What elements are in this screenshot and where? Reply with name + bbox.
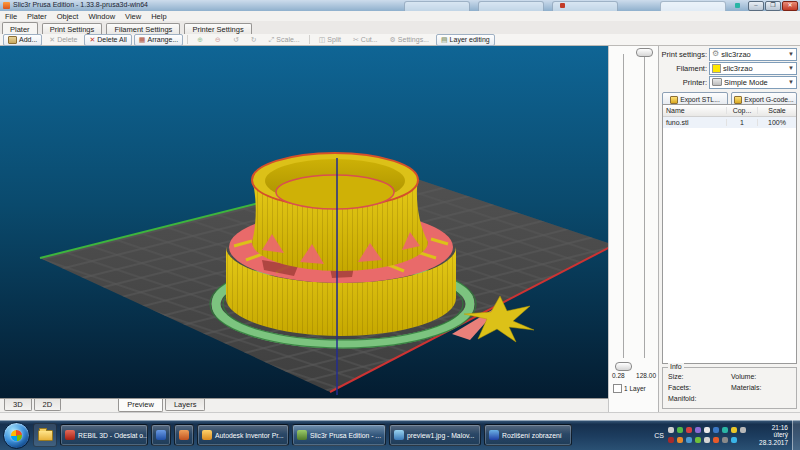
start-button[interactable] [3, 422, 30, 449]
titlebar: Slic3r Prusa Edition - 1.33.8-prusa3d-wi… [0, 0, 800, 11]
taskbar-button-word[interactable] [151, 424, 171, 446]
export-icon [734, 96, 742, 104]
layer-slider-panel: 0.28 128.00 1 Layer [608, 46, 658, 412]
tray-icon[interactable] [695, 427, 701, 433]
window-title: Slic3r Prusa Edition - 1.33.8-prusa3d-wi… [13, 1, 148, 8]
view-tab-3d[interactable]: 3D [4, 399, 32, 411]
tray-icon[interactable] [677, 427, 683, 433]
tray-icon[interactable] [695, 437, 701, 443]
chevron-down-icon: ▼ [788, 79, 794, 85]
menu-view[interactable]: View [120, 12, 146, 21]
layer-slider-high-track[interactable] [644, 54, 645, 358]
taskbar-clock[interactable]: 21:16 úterý 28.3.2017 [750, 424, 788, 447]
close-button[interactable]: ✕ [782, 1, 798, 11]
favicon-dot [735, 3, 740, 8]
delete-button[interactable]: ✕Delete [44, 34, 82, 46]
export-icon [670, 96, 678, 104]
minimize-button[interactable]: – [748, 1, 764, 11]
tray-icon[interactable] [686, 427, 692, 433]
table-row[interactable]: funo.stl 1 100% [663, 117, 796, 128]
more-copies-button[interactable]: ⊕ [192, 34, 208, 46]
tray-icon[interactable] [686, 437, 692, 443]
tray-icon[interactable] [704, 437, 710, 443]
tray-icon[interactable] [677, 437, 683, 443]
info-title: Info [668, 363, 684, 370]
layer-slider-low-handle[interactable] [615, 362, 632, 371]
layer-slider-low-track[interactable] [623, 54, 624, 358]
gear-icon: ⚙ [712, 50, 719, 58]
settings-button[interactable]: ⚙Settings... [385, 34, 434, 46]
print-settings-combo[interactable]: ⚙ slic3rzao ▼ [709, 48, 797, 61]
taskbar-button-slic3r[interactable]: Slic3r Prusa Edition - ... [292, 424, 386, 446]
minus-icon: ⊖ [215, 36, 221, 43]
scale-button[interactable]: ⤢Scale... [264, 34, 305, 46]
tray-icon[interactable] [668, 427, 674, 433]
layer-editing-icon: ▤ [441, 36, 448, 43]
inventor-app-icon [202, 430, 212, 440]
tray-icon[interactable] [704, 427, 710, 433]
3d-viewport[interactable] [0, 46, 608, 398]
info-volume-label: Volume: [731, 373, 756, 380]
delete-all-button[interactable]: ✕Delete All [84, 34, 131, 46]
view-tab-2d[interactable]: 2D [34, 399, 62, 411]
explorer-taskbar-button[interactable] [33, 423, 57, 447]
printer-icon [712, 78, 722, 86]
cut-icon: ✂ [353, 36, 359, 43]
layer-editing-button[interactable]: ▤Layer editing [436, 34, 495, 46]
clock-date: 28.3.2017 [750, 439, 788, 447]
split-icon: ◫ [319, 36, 326, 43]
cut-button[interactable]: ✂Cut... [348, 34, 383, 46]
tray-icon[interactable] [722, 427, 728, 433]
desktop: Slic3r Prusa Edition - 1.33.8-prusa3d-wi… [0, 0, 800, 450]
layer-high-value: 128.00 [636, 372, 656, 379]
delete-icon: ✕ [49, 36, 55, 43]
layer-slider-high-handle[interactable] [636, 48, 653, 57]
tray-icon[interactable] [713, 427, 719, 433]
chevron-down-icon: ▼ [788, 65, 794, 71]
view-tab-layers[interactable]: Layers [165, 399, 206, 411]
tray-icon[interactable] [668, 437, 674, 443]
info-size-label: Size: [668, 373, 684, 380]
menu-window[interactable]: Window [83, 12, 120, 21]
menu-object[interactable]: Object [52, 12, 84, 21]
menu-help[interactable]: Help [146, 12, 171, 21]
tray-icon[interactable] [731, 437, 737, 443]
taskbar-button-paint[interactable]: preview1.jpg - Malov... [389, 424, 481, 446]
add-button[interactable]: Add... [3, 34, 42, 46]
one-layer-checkbox[interactable] [613, 384, 622, 393]
taskbar-button-powerpoint[interactable] [174, 424, 194, 446]
tray-icon[interactable] [722, 437, 728, 443]
settings-tab-bar: Plater Print Settings Filament Settings … [0, 21, 800, 34]
taskbar-button-rebil[interactable]: REBIL 3D - Odeslat o... [60, 424, 148, 446]
tray-icon[interactable] [731, 427, 737, 433]
object-list-table: Name Cop... Scale funo.stl 1 100% [662, 104, 797, 364]
fewer-copies-button[interactable]: ⊖ [210, 34, 226, 46]
tray-icon[interactable] [713, 437, 719, 443]
layer-low-value: 0.28 [612, 372, 625, 379]
menu-plater[interactable]: Plater [22, 12, 52, 21]
printer-combo[interactable]: Simple Mode ▼ [709, 76, 797, 89]
split-button[interactable]: ◫Split [314, 34, 346, 46]
rotate-cw-button[interactable]: ↻ [246, 34, 262, 46]
rotate-ccw-icon: ↺ [233, 36, 239, 43]
rotate-ccw-button[interactable]: ↺ [228, 34, 244, 46]
view-tab-bar: 3D 2D Preview Layers [0, 398, 608, 412]
arrange-icon: ▦ [139, 36, 146, 43]
arrange-button[interactable]: ▦Arrange... [134, 34, 183, 46]
language-indicator[interactable]: CS [654, 432, 664, 439]
filament-combo[interactable]: slic3rzao ▼ [709, 62, 797, 75]
taskbar-button-inventor[interactable]: Autodesk Inventor Pr... [197, 424, 289, 446]
taskbar-button-display-settings[interactable]: Rozlišení zobrazení [484, 424, 572, 446]
info-materials-label: Materials: [731, 384, 761, 391]
view-tab-preview[interactable]: Preview [118, 399, 163, 412]
show-desktop-button[interactable] [792, 420, 800, 450]
filament-swatch-icon [712, 64, 721, 73]
restore-button[interactable]: ❐ [765, 1, 781, 11]
one-layer-label: 1 Layer [624, 385, 646, 392]
menu-file[interactable]: File [0, 12, 22, 21]
clock-time: 21:16 [750, 424, 788, 432]
scale-icon: ⤢ [269, 36, 275, 43]
printer-label: Printer: [659, 78, 707, 87]
info-manifold-label: Manifold: [668, 395, 696, 402]
tray-icon[interactable] [740, 427, 746, 433]
